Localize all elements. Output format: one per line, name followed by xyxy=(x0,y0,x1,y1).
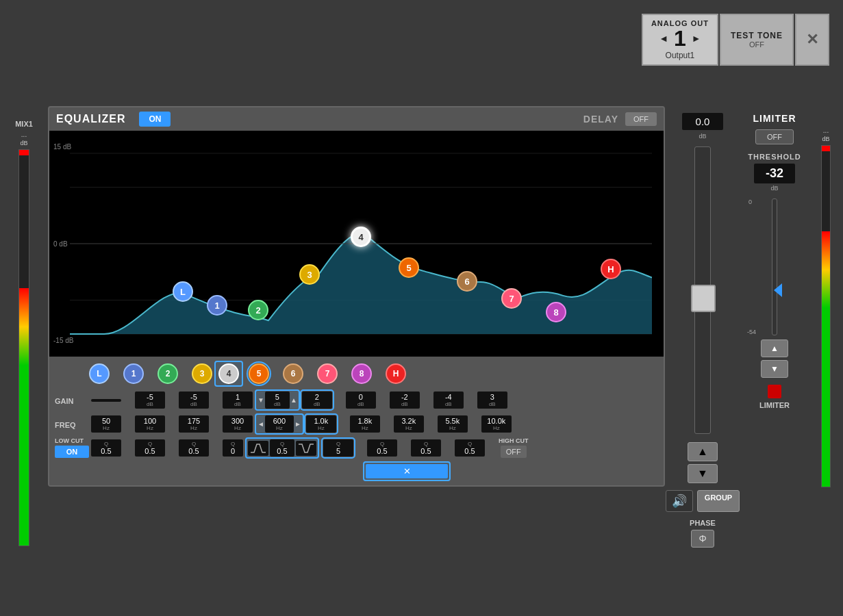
band-4-close-button[interactable]: ✕ xyxy=(366,464,448,478)
eq-gain-3-val: 1 xyxy=(236,393,240,401)
limiter-down-btn[interactable]: ▼ xyxy=(761,360,788,378)
gain-4-down-arrow[interactable]: ▼ xyxy=(257,396,264,404)
high-cut-area: HIGH CUT OFF xyxy=(499,438,529,459)
test-tone-label: TEST TONE xyxy=(731,31,783,40)
close-button[interactable]: ✕ xyxy=(795,14,829,66)
left-vu-red xyxy=(19,150,29,155)
eq-node-6[interactable]: 6 xyxy=(457,271,477,292)
eq-freq-H: 10.0k Hz xyxy=(481,415,512,433)
eq-node-L[interactable]: L xyxy=(173,281,193,302)
eq-band-icons-row: L 1 2 3 4 5 6 7 8 H xyxy=(55,361,658,387)
eq-band-icon-6[interactable]: 6 xyxy=(283,363,303,384)
eq-gain-2: -5 dB xyxy=(179,392,209,409)
eq-gain-8: -4 dB xyxy=(433,392,464,409)
freq-4-left-arrow[interactable]: ◄ xyxy=(257,420,264,428)
analog-out-value: 1 xyxy=(674,27,686,49)
test-tone-box[interactable]: TEST TONE OFF xyxy=(720,14,794,66)
eq-gain-6: 0 dB xyxy=(346,392,376,409)
analog-out-box: ANALOG OUT ◄ 1 ► Output1 xyxy=(642,14,718,66)
threshold-db-unit: dB xyxy=(770,185,778,192)
gain-4-up-arrow[interactable]: ▲ xyxy=(290,396,297,404)
eq-freq-2: 175 Hz xyxy=(179,415,209,433)
eq-node-8[interactable]: 8 xyxy=(546,302,566,322)
eq-q-3-val: Q xyxy=(231,441,235,447)
high-cut-label: HIGH CUT xyxy=(499,438,529,445)
eq-freq-L-val: 50 xyxy=(102,417,110,425)
limiter-0-label: 0 xyxy=(748,198,752,205)
analog-out-left-arrow[interactable]: ◄ xyxy=(659,33,668,44)
eq-panel: EQUALIZER ON DELAY OFF 15 dB 0 dB -15 dB… xyxy=(48,106,665,487)
eq-gain-5: 2 dB xyxy=(302,392,332,409)
gain-db-unit: dB xyxy=(699,133,706,140)
eq-band-icon-1[interactable]: 1 xyxy=(123,363,144,384)
mute-icon: 🔊 xyxy=(672,494,687,508)
mute-btn[interactable]: 🔊 xyxy=(666,490,693,512)
eq-band-icon-8[interactable]: 8 xyxy=(351,363,372,384)
eq-gain-7-val: -2 xyxy=(401,393,408,401)
left-vu-meter: MIX1 ... dB xyxy=(7,120,41,546)
band-4-close-row: ✕ xyxy=(55,461,658,481)
low-cut-button[interactable]: ON xyxy=(55,446,89,458)
eq-shape-4-bell[interactable] xyxy=(248,441,268,456)
limiter-indicator xyxy=(768,385,781,398)
fader-down-btn[interactable]: ▼ xyxy=(688,464,718,483)
selected-band-4-box: 4 xyxy=(214,361,243,387)
eq-q-7-val: Q xyxy=(424,441,428,447)
group-btn[interactable]: GROUP xyxy=(697,490,740,512)
phase-section: PHASE Φ xyxy=(690,519,716,548)
eq-freq-1: 100 Hz xyxy=(135,415,165,433)
db-label-0: 0 dB xyxy=(53,240,68,248)
eq-band-icon-L[interactable]: L xyxy=(89,363,110,384)
eq-node-2[interactable]: 2 xyxy=(248,300,268,320)
eq-freq-8-val: 5.5k xyxy=(445,417,460,425)
q-row-label-area: LOW CUT ON xyxy=(55,438,89,459)
eq-band-icon-H[interactable]: H xyxy=(386,363,406,384)
eq-gain-H: 3 dB xyxy=(477,392,507,409)
eq-freq-3-val: 300 xyxy=(231,417,244,425)
eq-q-row: LOW CUT ON Q 0.5 Q 0.5 Q 0.5 xyxy=(55,437,658,459)
limiter-up-btn[interactable]: ▲ xyxy=(761,339,788,357)
eq-freq-4-val: 600 xyxy=(273,417,286,425)
freq-row-label: FREQ xyxy=(55,418,89,431)
freq-4-right-arrow[interactable]: ► xyxy=(294,420,301,428)
eq-node-7[interactable]: 7 xyxy=(501,288,522,309)
gain-display-value: 0.0 xyxy=(696,116,710,127)
eq-shape-4-notch[interactable] xyxy=(296,441,316,456)
eq-q-1-val: Q xyxy=(148,441,152,447)
eq-node-1[interactable]: 1 xyxy=(207,295,227,316)
fader-handle[interactable] xyxy=(691,285,716,312)
eq-q-2: Q 0.5 xyxy=(179,439,209,457)
eq-band-icon-2[interactable]: 2 xyxy=(158,363,178,384)
eq-node-5[interactable]: 5 xyxy=(399,257,419,278)
eq-band-icon-3[interactable]: 3 xyxy=(192,363,212,384)
top-panel: ANALOG OUT ◄ 1 ► Output1 TEST TONE OFF ✕ xyxy=(642,14,829,66)
fader-up-btn[interactable]: ▲ xyxy=(688,442,718,461)
eq-gain-4-val: 5 xyxy=(275,393,279,401)
eq-band-icon-7[interactable]: 7 xyxy=(317,363,338,384)
phase-btn[interactable]: Φ xyxy=(691,530,714,548)
right-vu-dots: ... xyxy=(823,127,829,134)
eq-node-3[interactable]: 3 xyxy=(299,264,320,285)
eq-node-4[interactable]: 4 xyxy=(351,227,371,247)
eq-node-H[interactable]: H xyxy=(601,259,621,279)
limiter-off-btn[interactable]: OFF xyxy=(755,129,794,144)
eq-band-icon-5[interactable]: 5 xyxy=(249,363,269,384)
eq-freq-8: 5.5k Hz xyxy=(438,415,468,433)
eq-on-button[interactable]: ON xyxy=(139,112,171,127)
close-icon: ✕ xyxy=(806,31,818,49)
eq-gain-row: GAIN -5 dB -5 dB xyxy=(55,389,658,411)
high-cut-button[interactable]: OFF xyxy=(501,446,527,458)
limiter-fader-handle[interactable] xyxy=(767,283,782,297)
eq-q-3: Q 0 xyxy=(223,439,243,457)
delay-off-button[interactable]: OFF xyxy=(625,112,657,126)
mix1-dots: ... xyxy=(21,131,27,138)
analog-out-right-arrow[interactable]: ► xyxy=(692,33,701,44)
right-vu-container xyxy=(821,145,831,487)
gain-display-box: 0.0 xyxy=(682,113,723,130)
eq-band-icon-4[interactable]: 4 xyxy=(218,363,239,384)
eq-freq-6: 1.8k Hz xyxy=(350,415,380,433)
eq-gain-5-val: 2 xyxy=(315,393,319,401)
eq-gain-6-val: 0 xyxy=(359,393,363,401)
threshold-value: -32 xyxy=(766,166,783,180)
db-label-neg15: -15 dB xyxy=(53,337,73,344)
